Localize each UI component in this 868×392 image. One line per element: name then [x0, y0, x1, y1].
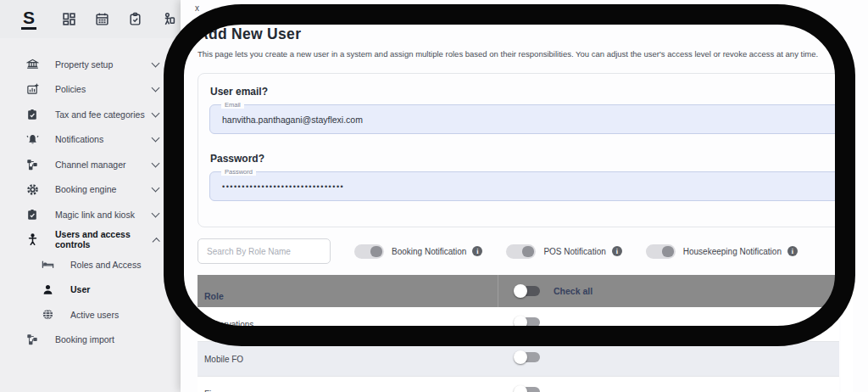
role-name: Finances	[198, 389, 498, 392]
sidebar-item-label: Booking import	[55, 334, 114, 344]
roles-table: Role Check all Reservations Mobile FO Fi…	[198, 275, 839, 392]
roles-table-header: Role Check all	[198, 275, 839, 307]
housekeeping-notification-toggle-group: Housekeeping Notification i	[646, 244, 798, 259]
sidebar-item-label: Channel manager	[55, 160, 125, 170]
sidebar-item-label: Roles and Access	[70, 260, 141, 270]
table-row: Finances	[198, 377, 839, 392]
sidebar-item-label: User	[70, 284, 90, 294]
person-icon	[41, 283, 54, 296]
sidebar-item-label: Users and access controls	[55, 229, 153, 249]
sidebar-item-label: Booking engine	[55, 184, 116, 194]
bed-icon	[41, 258, 54, 271]
stayflexi-logo[interactable]: S	[21, 8, 36, 30]
globe-icon	[41, 308, 54, 321]
booking-notification-toggle[interactable]	[354, 244, 384, 259]
check-all-cell: Check all	[498, 275, 839, 307]
bank-icon	[25, 58, 39, 70]
sidebar-item-active-users[interactable]: Active users	[0, 302, 181, 328]
chart-plus-icon	[25, 83, 39, 96]
email-field[interactable]	[210, 105, 843, 133]
role-name: Mobile FO	[198, 355, 498, 364]
password-field-wrapper: Password	[209, 171, 843, 201]
page-title: Add New User	[198, 25, 301, 43]
pos-notification-toggle[interactable]	[506, 244, 536, 259]
sidebar-item-property-setup[interactable]: Property setup	[0, 52, 181, 77]
clipboard-check-icon	[25, 109, 39, 120]
toggle-label: Booking Notification	[392, 247, 466, 256]
role-toggle[interactable]	[514, 315, 542, 330]
sidebar-item-policies[interactable]: Policies	[0, 77, 181, 103]
sidebar-item-roles-and-access[interactable]: Roles and Access	[0, 252, 181, 277]
sidebar-item-label: Property setup	[55, 59, 113, 70]
role-column-header: Role	[198, 275, 498, 307]
sidebar-item-label: Notifications	[55, 134, 103, 144]
left-region: S	[0, 0, 181, 392]
password-field[interactable]	[210, 172, 843, 200]
check-all-label: Check all	[554, 286, 593, 296]
sidebar-item-label: Magic link and kiosk	[55, 210, 135, 220]
pos-notification-toggle-group: POS Notification i	[506, 244, 621, 259]
sidebar-item-booking-engine[interactable]: Booking engine	[0, 177, 181, 203]
sidebar-item-user[interactable]: User	[0, 277, 181, 303]
chevron-down-icon	[152, 59, 160, 67]
sidebar-item-label: Active users	[70, 310, 119, 320]
role-toolbar: Booking Notification i POS Notification …	[198, 238, 798, 264]
role-toggle[interactable]	[514, 384, 542, 392]
sidebar-item-magic-link[interactable]: Magic link and kiosk	[0, 202, 181, 227]
toggle-label: Housekeeping Notification	[683, 247, 782, 256]
sidebar-item-users-access-controls[interactable]: Users and access controls	[0, 227, 181, 253]
bell-icon	[25, 133, 39, 146]
role-name: Reservations	[198, 320, 498, 329]
chevron-down-icon	[152, 209, 160, 217]
sidebar-item-notifications[interactable]: Notifications	[0, 127, 181, 153]
form-card: User email? Email Password? Password	[198, 73, 852, 227]
sidebar-item-channel-manager[interactable]: Channel manager	[0, 152, 181, 177]
topbar-icons	[62, 12, 175, 26]
table-scrollbar	[841, 275, 853, 392]
sidebar-item-booking-import[interactable]: Booking import	[0, 328, 181, 353]
sidebar-item-label: Tax and fee categories	[55, 109, 145, 120]
page-description: This page lets you create a new user in …	[198, 49, 854, 59]
sidebar-item-label: Policies	[55, 84, 86, 94]
network-icon	[25, 333, 39, 345]
info-icon[interactable]: i	[787, 246, 798, 256]
calendar-icon[interactable]	[95, 12, 109, 26]
table-row: Mobile FO	[198, 342, 839, 377]
sidebar-item-tax-fee[interactable]: Tax and fee categories	[0, 102, 181, 127]
chevron-down-icon	[152, 134, 160, 143]
search-input[interactable]	[198, 238, 331, 264]
toggle-label: POS Notification	[543, 247, 605, 256]
role-toggle[interactable]	[514, 350, 542, 365]
clipboard-check-icon[interactable]	[128, 12, 142, 26]
sidebar: Property setup Policies Tax and fee cate…	[0, 38, 181, 352]
password-section-heading: Password?	[210, 153, 844, 165]
check-all-toggle[interactable]	[514, 283, 542, 299]
email-section-heading: User email?	[210, 86, 844, 98]
housekeeping-notification-toggle[interactable]	[646, 244, 676, 259]
clipboard-check-icon	[25, 209, 39, 221]
info-icon[interactable]: i	[472, 246, 482, 256]
email-field-wrapper: Email	[209, 104, 843, 134]
chevron-down-icon	[152, 184, 160, 193]
dashboard-icon[interactable]	[62, 12, 76, 26]
table-row: Reservations	[198, 307, 839, 342]
person-luggage-icon[interactable]	[161, 12, 175, 26]
topbar: S	[0, 0, 181, 38]
add-user-modal: x Add New User This page lets you create…	[181, 0, 868, 392]
info-icon[interactable]: i	[612, 246, 622, 256]
app-root: S	[0, 0, 868, 392]
chevron-down-icon	[152, 159, 160, 167]
chevron-down-icon	[152, 84, 160, 92]
booking-notification-toggle-group: Booking Notification i	[354, 244, 482, 259]
close-icon[interactable]: x	[192, 2, 203, 14]
gear-icon	[25, 183, 39, 196]
scroll-up-icon[interactable]	[843, 279, 850, 284]
chevron-down-icon	[152, 109, 160, 117]
person-standing-icon	[25, 233, 39, 246]
network-icon	[25, 159, 39, 171]
